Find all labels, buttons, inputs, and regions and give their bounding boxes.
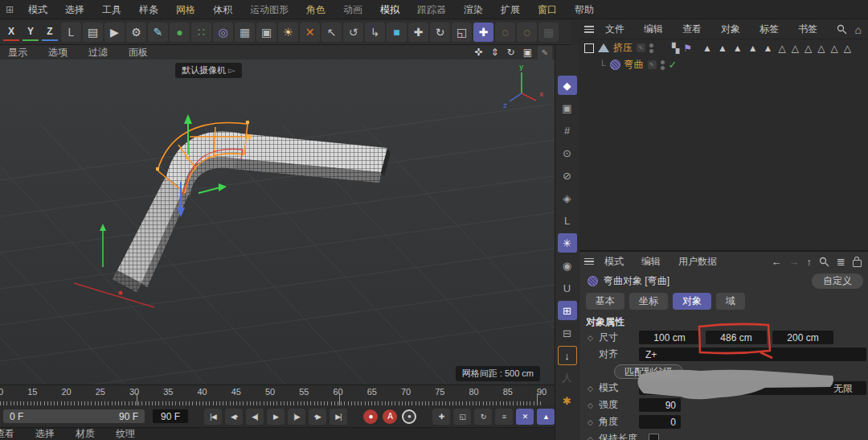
transport-button[interactable]: |◀	[204, 409, 222, 425]
om-menu-item[interactable]: 书签	[788, 23, 827, 36]
toolbar-icon[interactable]: ✚	[408, 23, 428, 42]
timeline-ruler[interactable]: 1015202530354045505560657075808590	[0, 384, 555, 406]
toolbar-icon[interactable]: ▣	[256, 23, 276, 42]
viewport-nav-icon[interactable]: ✜	[474, 47, 482, 58]
toolbar-icon[interactable]: ↳	[365, 23, 385, 42]
transport-button[interactable]: ◀•	[225, 409, 243, 425]
size-input[interactable]: 100 cm	[639, 331, 700, 344]
attr-menu-item[interactable]: 模式	[596, 255, 633, 269]
attribute-tab[interactable]: 基本	[586, 293, 624, 310]
transport-button[interactable]: ◀|	[246, 409, 264, 425]
toolbar-icon[interactable]: ↻	[430, 23, 450, 42]
triangle-tag-icon[interactable]: ▲	[748, 43, 758, 54]
viewport-menu-item[interactable]: 面板	[129, 46, 148, 60]
layer-checker-icon[interactable]: ▚	[672, 43, 679, 54]
record-button[interactable]: ●	[402, 409, 416, 424]
triangle-tag-icon[interactable]: ▲	[764, 43, 773, 54]
toolbar-icon[interactable]: ↺	[343, 23, 363, 42]
menubar-item[interactable]: 跟踪器	[408, 0, 455, 19]
enabled-check-icon[interactable]: ✓	[669, 59, 678, 71]
record-toggle[interactable]: ◱	[453, 409, 471, 425]
object-name-bend[interactable]: 弯曲	[624, 58, 644, 72]
triangle-tag-icon[interactable]: ▲	[733, 43, 743, 54]
custom-button[interactable]: 自定义	[812, 273, 863, 289]
edit-toggle-icon[interactable]: ✎	[648, 60, 657, 69]
toolbar-icon[interactable]: ✚	[473, 23, 493, 42]
viewport-nav-icon[interactable]: ▣	[523, 47, 532, 58]
matbar-menu-item[interactable]: 选择	[35, 427, 55, 440]
align-dropdown[interactable]: Z+	[639, 347, 866, 361]
lock-icon[interactable]	[853, 260, 862, 267]
mode-tool-icon[interactable]: ⊙	[558, 143, 577, 162]
menubar-item[interactable]: 模式	[19, 0, 56, 19]
attribute-tab[interactable]: 对象	[673, 293, 711, 310]
menubar-item[interactable]: 角色	[297, 0, 334, 19]
panel-menu-icon[interactable]	[584, 26, 594, 33]
toolbar-icon[interactable]: ∷	[191, 23, 211, 42]
attr-menu-item[interactable]: 编辑	[633, 255, 669, 269]
attribute-tab[interactable]: 坐标	[629, 293, 668, 310]
record-toggle[interactable]: ✕	[516, 409, 534, 425]
attr-menu-item[interactable]: 用户数据	[669, 255, 726, 269]
viewport-panel[interactable]: 显示选项过滤面板 ✜⇕↻▣ ✎	[0, 45, 555, 384]
home-icon[interactable]: ⌂	[855, 23, 862, 36]
forward-arrow-icon[interactable]: →	[789, 256, 800, 268]
triangle-tag-icon[interactable]: △	[792, 43, 799, 54]
mode-tool-icon[interactable]: L	[558, 211, 577, 230]
mode-tool-icon[interactable]: ⊘	[558, 166, 577, 185]
toolbar-icon[interactable]: ▶	[104, 23, 125, 42]
size-input[interactable]: 486 cm	[706, 331, 767, 344]
toolbar-icon[interactable]: ☀	[278, 23, 298, 42]
object-name-extrude[interactable]: 挤压	[613, 41, 633, 55]
triangle-tag-icon[interactable]: △	[830, 43, 837, 54]
keyframe-diamond-icon[interactable]: ◇	[588, 334, 599, 342]
attribute-tab[interactable]: 域	[716, 293, 745, 310]
filter-icon[interactable]: ≣	[837, 256, 845, 268]
record-toggle[interactable]: ✚	[432, 409, 450, 425]
om-menu-item[interactable]: 对象	[711, 23, 750, 36]
y-axis-button[interactable]: Y	[23, 23, 39, 41]
fit-to-parent-button[interactable]: 匹配到父级	[614, 364, 683, 379]
om-menu-item[interactable]: 标签	[750, 23, 788, 36]
camera-label-pill[interactable]: 默认摄像机 ▻	[175, 63, 242, 78]
triangle-tag-icon[interactable]: △	[805, 43, 812, 54]
transport-button[interactable]: •▶	[309, 409, 326, 425]
menubar-item[interactable]: 样条	[130, 0, 167, 19]
toolbar-icon[interactable]: ◎	[213, 23, 233, 42]
x-axis-button[interactable]: X	[3, 23, 19, 41]
record-toggle[interactable]: ≡	[495, 409, 513, 425]
strength-input[interactable]: 90	[639, 398, 681, 412]
transport-button[interactable]: |▶	[288, 409, 305, 425]
toolbar-icon[interactable]: L	[61, 23, 81, 42]
mode-tool-icon[interactable]: 人	[558, 368, 577, 388]
menubar-item[interactable]: 选择	[56, 0, 93, 19]
mode-tool-icon[interactable]: ◉	[558, 256, 577, 275]
z-axis-button[interactable]: Z	[42, 23, 58, 41]
mode-tool-icon[interactable]: ▣	[558, 98, 577, 117]
toolbar-icon[interactable]: ●	[170, 23, 190, 42]
current-frame-input[interactable]: 90 F	[153, 409, 188, 423]
record-toggle[interactable]: ▲	[537, 409, 555, 425]
transport-button[interactable]: ▶	[267, 409, 285, 425]
menubar-item[interactable]: 工具	[93, 0, 130, 19]
size-input[interactable]: 200 cm	[772, 331, 833, 344]
om-menu-item[interactable]: 编辑	[634, 23, 673, 36]
matbar-menu-item[interactable]: 纹理	[116, 427, 135, 440]
mode-tool-icon[interactable]: ✳	[558, 233, 577, 253]
mode-tool-icon[interactable]: ⊞	[558, 301, 577, 320]
menubar-item[interactable]: 渲染	[455, 0, 492, 19]
object-row-bend[interactable]: └ 弯曲 ✎ ✓	[579, 56, 868, 73]
toolbar-icon[interactable]: ↖	[321, 23, 342, 42]
window-grid-icon[interactable]: ⊞	[3, 3, 16, 16]
viewport-menu-item[interactable]: 过滤	[88, 46, 108, 60]
menubar-item[interactable]: 网格	[167, 0, 204, 19]
menubar-item[interactable]: 帮助	[566, 0, 603, 19]
search-icon[interactable]	[837, 24, 847, 35]
menubar-item[interactable]: 窗口	[529, 0, 566, 19]
matbar-menu-item[interactable]: 材质	[76, 427, 95, 440]
toolbar-icon[interactable]: ⚙	[126, 23, 146, 42]
record-toggle[interactable]: ↻	[474, 409, 492, 425]
toolbar-icon[interactable]: ✎	[148, 23, 168, 42]
viewport-menu-item[interactable]: 显示	[8, 46, 27, 60]
mode-tool-icon[interactable]: ⊟	[558, 323, 577, 343]
